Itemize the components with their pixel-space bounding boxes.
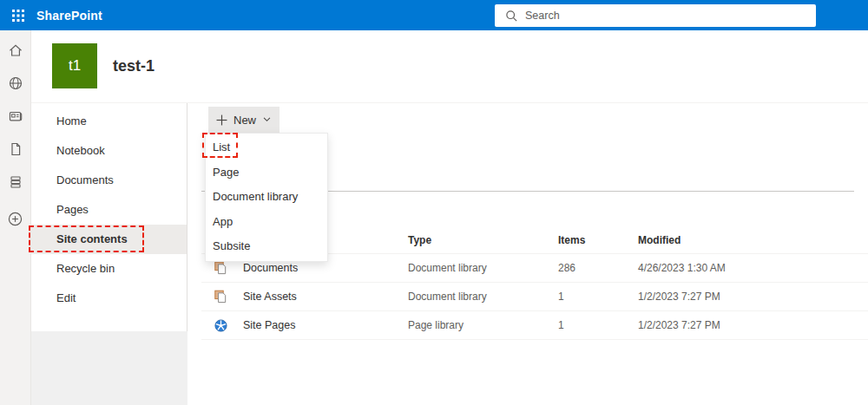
menu-item-subsite[interactable]: Subsite bbox=[206, 234, 327, 259]
column-header-type[interactable]: Type bbox=[408, 234, 558, 246]
plus-icon bbox=[216, 114, 227, 126]
row-modified: 1/2/2023 7:27 PM bbox=[638, 291, 868, 303]
new-dropdown-menu: List Page Document library App Subsite bbox=[205, 133, 328, 262]
rail-pages-button[interactable] bbox=[7, 140, 24, 158]
rail-sites-button[interactable] bbox=[7, 75, 24, 92]
site-pages-icon bbox=[214, 317, 229, 333]
column-header-modified[interactable]: Modified bbox=[638, 234, 868, 246]
rail-news-button[interactable] bbox=[7, 108, 24, 125]
search-box[interactable] bbox=[495, 4, 816, 27]
row-type: Document library bbox=[408, 262, 558, 274]
nav-item-home[interactable]: Home bbox=[31, 107, 187, 136]
nav-item-recycle-bin[interactable]: Recycle bin bbox=[31, 254, 187, 284]
file-icon bbox=[8, 141, 23, 157]
app-body: t1 test-1 Home Notebook Documents Pages … bbox=[0, 30, 868, 405]
site-title: test-1 bbox=[113, 57, 155, 75]
rail-library-button[interactable] bbox=[7, 173, 24, 191]
site-contents-main: New List Page Document library App Subsi… bbox=[187, 103, 868, 405]
row-name: Documents bbox=[243, 262, 408, 274]
menu-item-app[interactable]: App bbox=[206, 210, 327, 235]
rail-home-button[interactable] bbox=[7, 42, 24, 59]
new-button-label: New bbox=[233, 114, 256, 127]
page-column: t1 test-1 Home Notebook Documents Pages … bbox=[31, 30, 868, 405]
news-icon bbox=[8, 108, 23, 124]
document-library-icon bbox=[214, 289, 229, 304]
menu-item-list[interactable]: List bbox=[206, 135, 327, 160]
nav-item-site-contents[interactable]: Site contents bbox=[31, 225, 187, 254]
column-header-items[interactable]: Items bbox=[558, 234, 638, 246]
app-launcher-button[interactable] bbox=[0, 0, 36, 30]
search-input[interactable] bbox=[525, 10, 809, 22]
add-circle-icon bbox=[7, 211, 23, 227]
new-button[interactable]: New bbox=[208, 107, 279, 133]
row-name: Site Assets bbox=[243, 291, 408, 303]
nav-item-edit[interactable]: Edit bbox=[31, 284, 187, 313]
table-row-site-assets[interactable]: Site Assets Document library 1 1/2/2023 … bbox=[201, 283, 868, 311]
site-navigation: Home Notebook Documents Pages Site conte… bbox=[31, 103, 187, 405]
row-items: 1 bbox=[558, 319, 638, 331]
rail-create-button[interactable] bbox=[7, 210, 24, 227]
app-rail bbox=[0, 30, 31, 405]
row-modified: 1/2/2023 7:27 PM bbox=[638, 319, 868, 331]
suite-top-bar: SharePoint bbox=[0, 0, 868, 30]
library-icon bbox=[8, 174, 23, 190]
row-type: Document library bbox=[408, 291, 558, 303]
nav-item-documents[interactable]: Documents bbox=[31, 166, 187, 195]
nav-item-notebook[interactable]: Notebook bbox=[31, 136, 187, 166]
document-library-icon bbox=[214, 260, 229, 276]
chevron-down-icon bbox=[263, 117, 271, 122]
waffle-icon bbox=[11, 9, 25, 23]
row-name: Site Pages bbox=[243, 319, 408, 331]
row-type: Page library bbox=[408, 319, 558, 331]
table-row-site-pages[interactable]: Site Pages Page library 1 1/2/2023 7:27 … bbox=[201, 311, 868, 340]
site-logo[interactable]: t1 bbox=[52, 43, 97, 88]
nav-item-pages[interactable]: Pages bbox=[31, 195, 187, 225]
menu-item-page[interactable]: Page bbox=[206, 160, 327, 186]
menu-item-document-library[interactable]: Document library bbox=[206, 185, 327, 210]
globe-icon bbox=[8, 75, 23, 91]
row-items: 286 bbox=[558, 262, 638, 274]
site-navigation-panel: Home Notebook Documents Pages Site conte… bbox=[31, 103, 187, 331]
home-icon bbox=[8, 42, 23, 58]
site-header: t1 test-1 bbox=[31, 30, 868, 103]
content-row: Home Notebook Documents Pages Site conte… bbox=[31, 103, 868, 405]
row-items: 1 bbox=[558, 291, 638, 303]
search-icon bbox=[505, 10, 518, 23]
brand-label: SharePoint bbox=[36, 9, 102, 23]
row-modified: 4/26/2023 1:30 AM bbox=[638, 262, 868, 274]
